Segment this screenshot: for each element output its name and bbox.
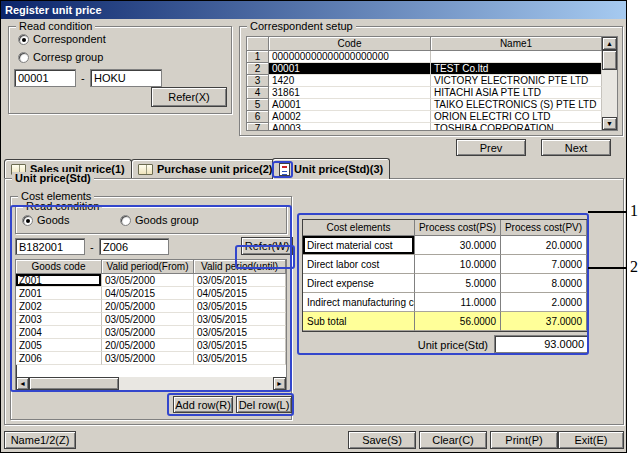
correspondent-name-input[interactable] (90, 69, 162, 87)
table-row[interactable]: Z002 20/05/2000 03/05/2015 (16, 300, 286, 313)
scrollbar-thumb[interactable] (29, 377, 119, 390)
next-button[interactable]: Next (541, 139, 611, 156)
goods-read-condition-label: Read condition (23, 200, 102, 212)
vertical-scrollbar[interactable]: ▲ ▼ (602, 37, 617, 130)
valid-from-cell[interactable]: 03/05/2000 (102, 352, 194, 365)
radio-dot-icon (120, 215, 131, 226)
radio-goods-label: Goods (37, 214, 69, 226)
table-row[interactable]: 5 A0001 TAIKO ELECTRONICS (S) PTE LTD (247, 99, 602, 111)
process-cost-ps-cell[interactable]: 5.0000 (415, 274, 501, 293)
cost-element-cell[interactable]: Direct expense (303, 274, 415, 293)
process-cost-ps-cell[interactable]: 11.0000 (415, 293, 501, 312)
cost-elements-column-header: Cost elements (303, 220, 415, 236)
valid-until-cell[interactable]: 03/05/2015 (194, 352, 286, 365)
valid-until-header: Valid period(until) (194, 260, 286, 274)
goods-code-cell[interactable]: Z001 (16, 274, 102, 287)
process-cost-pv-cell[interactable]: 37.0000 (501, 312, 587, 331)
table-row[interactable]: 4 31861 HITACHI ASIA PTE LTD (247, 87, 602, 99)
scroll-down-icon[interactable]: ▼ (602, 117, 617, 130)
table-row[interactable]: Direct expense 5.0000 8.0000 (303, 274, 587, 293)
table-row[interactable]: Z004 03/05/2000 03/05/2015 (16, 326, 286, 339)
table-row[interactable]: Direct labor cost 10.0000 7.0000 (303, 255, 587, 274)
titlebar[interactable]: Register unit price (1, 1, 626, 19)
scrollbar-track[interactable] (602, 50, 617, 117)
table-row[interactable]: Indirect manufacturing cost 11.0000 2.00… (303, 293, 587, 312)
goods-from-input[interactable] (15, 238, 85, 255)
valid-until-cell[interactable]: 03/05/2015 (194, 313, 286, 326)
horizontal-scrollbar[interactable]: ◄ ► (16, 377, 286, 390)
name12-button[interactable]: Name1/2(Z) (4, 431, 76, 449)
goods-code-cell[interactable]: Z006 (16, 352, 102, 365)
scroll-left-icon[interactable]: ◄ (16, 377, 29, 390)
cost-element-cell[interactable]: Sub total (303, 312, 415, 331)
table-row[interactable]: Z003 03/05/2000 03/05/2015 (16, 313, 286, 326)
radio-goods-group-label: Goods group (135, 214, 199, 226)
goods-code-cell[interactable]: Z005 (16, 339, 102, 352)
exit-button[interactable]: Exit(E) (558, 431, 624, 449)
goods-to-input[interactable] (99, 238, 169, 255)
correspondent-code-input[interactable] (14, 69, 76, 87)
radio-correspondent[interactable]: Correspondent (18, 33, 106, 45)
valid-from-cell[interactable]: 03/05/2000 (102, 326, 194, 339)
process-cost-pv-cell[interactable]: 20.0000 (501, 236, 587, 255)
valid-from-header: Valid period(From) (102, 260, 194, 274)
valid-until-cell[interactable]: 03/05/2015 (194, 326, 286, 339)
row-number-cell: 5 (247, 99, 269, 111)
valid-until-cell[interactable]: 03/05/2015 (194, 339, 286, 352)
goods-code-cell[interactable]: Z003 (16, 313, 102, 326)
table-row[interactable]: 2 00001 TEST Co.ltd (247, 63, 602, 75)
valid-until-cell[interactable]: 03/05/2015 (194, 274, 286, 287)
table-row[interactable]: 7 A0003 TOSHIBA CORPORATION (247, 123, 602, 131)
unit-price-std-field[interactable]: 93.0000 (494, 335, 588, 353)
goods-code-cell[interactable]: Z002 (16, 300, 102, 313)
radio-goods-group[interactable]: Goods group (120, 214, 199, 226)
process-cost-pv-cell[interactable]: 2.0000 (501, 293, 587, 312)
refer-x-button[interactable]: Refer(X) (151, 87, 227, 107)
radio-corresp-group[interactable]: Corresp group (18, 51, 103, 63)
scroll-up-icon[interactable]: ▲ (602, 37, 617, 50)
process-cost-pv-cell[interactable]: 7.0000 (501, 255, 587, 274)
scroll-right-icon[interactable]: ► (273, 377, 286, 390)
clear-button[interactable]: Clear(C) (419, 431, 487, 449)
row-number-cell: 3 (247, 75, 269, 87)
cost-element-cell[interactable]: Direct material cost (303, 236, 415, 255)
table-row[interactable]: Z001 04/05/2015 04/05/2015 (16, 287, 286, 300)
valid-from-cell[interactable]: 20/05/2000 (102, 300, 194, 313)
valid-until-cell[interactable]: 03/05/2015 (194, 300, 286, 313)
cost-element-cell[interactable]: Direct labor cost (303, 255, 415, 274)
valid-from-cell[interactable]: 04/05/2015 (102, 287, 194, 300)
process-cost-ps-cell[interactable]: 56.0000 (415, 312, 501, 331)
table-row[interactable]: Z005 20/05/2000 03/05/2015 (16, 339, 286, 352)
table-row[interactable]: Sub total 56.0000 37.0000 (303, 312, 587, 331)
goods-code-cell[interactable]: Z001 (16, 287, 102, 300)
process-cost-pv-cell[interactable]: 8.0000 (501, 274, 587, 293)
read-condition-label: Read condition (16, 20, 95, 32)
add-row-button[interactable]: Add row(R) (173, 396, 233, 413)
table-row[interactable]: 3 1420 VICTORY ELECTRONIC PTE LTD (247, 75, 602, 87)
table-row[interactable]: Z001 03/05/2000 03/05/2015 (16, 274, 286, 287)
prev-button[interactable]: Prev (456, 139, 526, 156)
valid-from-cell[interactable]: 03/05/2000 (102, 274, 194, 287)
print-button[interactable]: Print(P) (490, 431, 558, 449)
table-row[interactable]: Direct material cost 30.0000 20.0000 (303, 236, 587, 255)
table-row[interactable]: 6 A0002 ORION ELECTRI CO LTD (247, 111, 602, 123)
table-row[interactable]: 1 000000000000000000000 (247, 51, 602, 63)
tab-unit-price-std[interactable]: Unit price(Std)(3) (272, 158, 390, 179)
save-button[interactable]: Save(S) (348, 431, 416, 449)
goods-code-cell[interactable]: Z004 (16, 326, 102, 339)
cost-element-cell[interactable]: Indirect manufacturing cost (303, 293, 415, 312)
scrollbar-thumb[interactable] (602, 50, 617, 70)
scrollbar-track[interactable] (29, 377, 273, 390)
valid-from-cell[interactable]: 20/05/2000 (102, 339, 194, 352)
valid-from-cell[interactable]: 03/05/2000 (102, 313, 194, 326)
radio-dot-icon (18, 52, 29, 63)
goods-code-header: Goods code (16, 260, 102, 274)
process-cost-ps-cell[interactable]: 30.0000 (415, 236, 501, 255)
process-cost-ps-cell[interactable]: 10.0000 (415, 255, 501, 274)
refer-w-button[interactable]: Refer(W) (241, 237, 293, 255)
radio-goods[interactable]: Goods (22, 214, 69, 226)
tab-purchase-unit-price[interactable]: Purchase unit price(2) (131, 159, 280, 178)
table-row[interactable]: Z006 03/05/2000 03/05/2015 (16, 352, 286, 365)
del-row-button[interactable]: Del row(L) (236, 396, 292, 413)
valid-until-cell[interactable]: 04/05/2015 (194, 287, 286, 300)
